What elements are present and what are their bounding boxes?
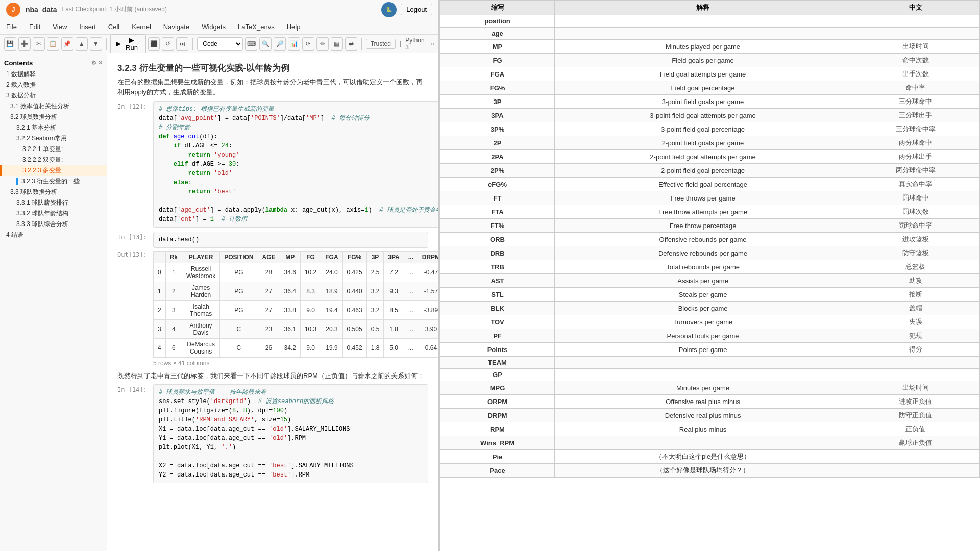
menu-help[interactable]: Help xyxy=(285,22,303,32)
sidebar-item-4[interactable]: 4 结语 xyxy=(0,230,107,240)
td-3-fgpct: 0.505 xyxy=(342,320,366,339)
menu-kernel[interactable]: Kernel xyxy=(130,22,153,32)
dict-row: TOVTurnovers per game失误 xyxy=(440,315,980,329)
separator-2 xyxy=(192,38,193,50)
paste-button[interactable]: 📌 xyxy=(61,37,74,51)
logout-button[interactable]: Logout xyxy=(401,4,432,15)
sidebar-item-3-3-2[interactable]: 3.3.2 球队年龄结构 xyxy=(0,208,107,219)
menu-cell[interactable]: Cell xyxy=(106,22,121,32)
toc-title: Contents xyxy=(4,59,33,67)
menu-widgets[interactable]: Widgets xyxy=(200,22,228,32)
menu-edit[interactable]: Edit xyxy=(27,22,42,32)
notebook-name[interactable]: nba_data xyxy=(26,6,57,14)
sidebar-item-3-3-3[interactable]: 3.3.3 球队综合分析 xyxy=(0,219,107,230)
td-4-fg: 9.0 xyxy=(300,339,321,358)
dict-row: TRBTotal rebounds per game总篮板 xyxy=(440,260,980,274)
dict-cell-9-0: 2P xyxy=(440,136,555,150)
sidebar-item-3-2-2-3[interactable]: 3.2.2.3 多变量 xyxy=(0,165,107,176)
kernel-info: Python 3 xyxy=(405,37,427,51)
restart-button[interactable]: ↺ xyxy=(162,37,174,51)
menu-file[interactable]: File xyxy=(4,22,19,32)
dict-row: 3PA3-point field goal attempts per game三… xyxy=(440,109,980,122)
td-1-3p: 3.2 xyxy=(366,282,384,301)
save-button[interactable]: 💾 xyxy=(4,37,16,51)
dict-cell-4-0: FGA xyxy=(440,67,555,81)
td-0-fgpct: 0.425 xyxy=(342,263,366,282)
td-0-mp: 34.6 xyxy=(280,263,300,282)
dict-cell-10-1: 2-point field goal attempts per game xyxy=(555,150,851,164)
dict-row: FGField goals per game命中次数 xyxy=(440,54,980,67)
dict-cell-21-2: 盖帽 xyxy=(851,302,980,315)
cut-button[interactable]: ✂ xyxy=(33,37,45,51)
td-3-rk: 4 xyxy=(165,320,182,339)
td-0-drpm: -0.47 xyxy=(418,263,438,282)
sidebar-item-3-2-2-1[interactable]: 3.2.2.1 单变量: xyxy=(0,144,107,155)
cell-view-button[interactable]: 📊 xyxy=(288,37,300,51)
cell-13-code[interactable]: data.head() xyxy=(153,232,428,248)
th-fgpct: FG% xyxy=(342,252,366,263)
menu-navigate[interactable]: Navigate xyxy=(161,22,191,32)
td-2-idx: 2 xyxy=(154,301,166,320)
trusted-badge[interactable]: Trusted xyxy=(366,39,396,49)
add-cell-button[interactable]: ➕ xyxy=(18,37,31,51)
run-button[interactable]: ▶ ▶ Run xyxy=(110,34,145,54)
zoom-out-button[interactable]: 🔎 xyxy=(274,37,286,51)
dict-cell-29-2: 防守正负值 xyxy=(851,409,980,422)
sidebar-item-3-2[interactable]: 3.2 球员数据分析 xyxy=(0,112,107,122)
zoom-in-button[interactable]: 🔍 xyxy=(259,37,272,51)
dict-cell-12-2: 真实命中率 xyxy=(851,178,980,191)
cell-type-select[interactable]: Code Markdown Raw xyxy=(197,37,243,51)
th-rk: Rk xyxy=(165,252,182,263)
dict-cell-31-2: 赢球正负值 xyxy=(851,436,980,450)
td-1-3pa: 9.3 xyxy=(384,282,404,301)
interrupt-button[interactable]: ⬛ xyxy=(148,37,160,51)
dict-row: Pace（这个好像是球队场均得分？） xyxy=(440,464,980,478)
td-2-3p: 3.2 xyxy=(366,301,384,320)
refresh-button[interactable]: ⟳ xyxy=(302,37,314,51)
move-up-button[interactable]: ▲ xyxy=(76,37,88,51)
dict-cell-6-2: 三分球命中 xyxy=(851,95,980,109)
sidebar-item-1[interactable]: 1 数据解释 xyxy=(0,69,107,80)
kernel-status: ○ xyxy=(431,40,434,47)
sidebar-item-3[interactable]: 3 数据分析 xyxy=(0,90,107,101)
td-0-fg: 10.2 xyxy=(300,263,321,282)
dict-cell-13-2: 罚球命中 xyxy=(851,191,980,205)
swap-button[interactable]: ⇌ xyxy=(345,37,357,51)
sidebar-toc: Contents ⚙ ✕ 1 数据解释 2 载入数据 3 数据分析 3.1 效率… xyxy=(0,53,107,551)
sidebar-item-3-2-2-2[interactable]: 3.2.2.2 双变量: xyxy=(0,155,107,165)
sidebar-item-3-3-1[interactable]: 3.3.1 球队薪资排行 xyxy=(0,197,107,208)
dict-th-cn: 中文 xyxy=(851,1,980,15)
dict-cell-7-1: 3-point field goal attempts per game xyxy=(555,109,851,122)
output-table-container: Rk PLAYER POSITION AGE MP FG FGA FG% 3P xyxy=(153,249,438,367)
copy-button[interactable]: 📋 xyxy=(47,37,59,51)
cell-12-label: In [12]: xyxy=(117,101,153,110)
sidebar-item-3-2-1[interactable]: 3.2.1 基本分析 xyxy=(0,122,107,133)
menu-view[interactable]: View xyxy=(51,22,69,32)
dict-cell-26-0: GP xyxy=(440,369,555,381)
cell-13-output-label: Out[13]: xyxy=(117,249,153,258)
edit-shortcuts-button[interactable]: ✏ xyxy=(316,37,329,51)
sidebar-item-2[interactable]: 2 载入数据 xyxy=(0,80,107,90)
menu-insert[interactable]: Insert xyxy=(77,22,98,32)
sidebar-item-3-3[interactable]: 3.3 球队数据分析 xyxy=(0,187,107,197)
cell-14-code[interactable]: # 球员薪水与效率值 按年龄段来看 sns.set_style('darkgri… xyxy=(153,384,428,483)
menu-latex[interactable]: LaTeX_envs xyxy=(236,22,277,32)
dict-row: 2P2-point field goals per game两分球命中 xyxy=(440,136,980,150)
move-down-button[interactable]: ▼ xyxy=(90,37,102,51)
jupyter-logo: J xyxy=(6,3,20,17)
restart-run-button[interactable]: ⏭ xyxy=(176,37,188,51)
dict-cell-12-0: eFG% xyxy=(440,178,555,191)
keyboard-button[interactable]: ⌨ xyxy=(245,37,257,51)
sidebar-item-3-2-2[interactable]: 3.2.2 Seaborn常用 xyxy=(0,133,107,144)
toc-controls[interactable]: ⚙ ✕ xyxy=(91,60,103,66)
cell-12-code[interactable]: # 思路tips: 根据已有变量生成新的变量 data['avg_point']… xyxy=(153,101,438,228)
sidebar-item-3-1[interactable]: 3.1 效率值相关性分析 xyxy=(0,101,107,112)
dict-cell-19-0: AST xyxy=(440,274,555,288)
th-player: PLAYER xyxy=(182,252,220,263)
sidebar-item-3-2-3[interactable]: 3.2.3 衍生变量的一些 xyxy=(0,176,107,187)
grid-button[interactable]: ▦ xyxy=(331,37,343,51)
td-0-3pa: 7.2 xyxy=(384,263,404,282)
td-1-idx: 1 xyxy=(154,282,166,301)
th-fga: FGA xyxy=(321,252,342,263)
dict-cell-27-1: Minutes per game xyxy=(555,381,851,395)
